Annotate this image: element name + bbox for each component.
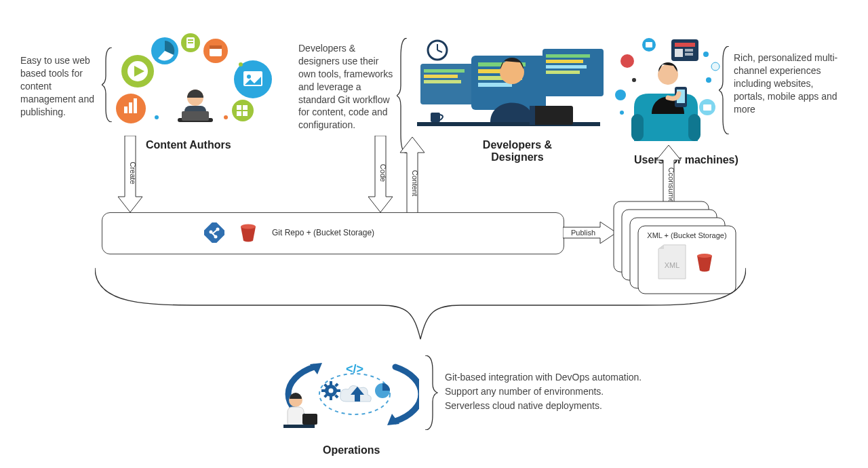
svg-rect-23 [237, 105, 241, 110]
screen-icon [671, 39, 698, 61]
svg-rect-7 [134, 98, 137, 113]
svg-rect-26 [243, 111, 248, 116]
operations-line1: Git-based integration with DevOps automa… [445, 370, 662, 385]
create-arrow: Create [117, 136, 144, 214]
svg-text:Publish: Publish [571, 229, 595, 237]
svg-rect-24 [243, 105, 248, 110]
developers-illustration [410, 35, 607, 137]
users-title: Users (or machines) [634, 154, 738, 166]
svg-point-22 [232, 100, 254, 121]
svg-text:</>: </> [346, 362, 363, 376]
bucket-icon [238, 222, 258, 243]
svg-rect-36 [424, 80, 461, 83]
svg-point-108 [329, 389, 334, 393]
svg-rect-58 [675, 49, 683, 57]
developers-desc: Developers & designers use their own too… [298, 42, 393, 132]
svg-point-52 [703, 52, 709, 57]
operations-line2: Support any number of environments. [445, 385, 662, 399]
authors-title: Content Authors [146, 139, 231, 151]
svg-point-53 [620, 111, 624, 115]
calendar-icon [203, 39, 228, 63]
brace-icon [102, 47, 115, 122]
svg-text:Cconsume: Cconsume [667, 168, 675, 203]
svg-point-48 [500, 60, 524, 84]
svg-point-28 [224, 115, 228, 119]
operations-illustration: </> [283, 350, 419, 438]
svg-rect-112 [288, 407, 304, 427]
svg-rect-25 [237, 111, 241, 116]
svg-point-27 [155, 115, 159, 119]
bar-chart-icon [116, 94, 146, 123]
operations-title: Operations [323, 444, 380, 456]
content-arrow: Content [399, 136, 426, 214]
svg-rect-59 [685, 49, 693, 52]
code-arrow: Code [367, 136, 394, 214]
developers-title: Developers & Designers [467, 139, 568, 163]
publish-arrow: Publish [563, 221, 617, 244]
svg-rect-38 [546, 54, 590, 58]
big-brace-icon [95, 268, 746, 343]
svg-rect-113 [283, 425, 315, 428]
svg-rect-15 [188, 42, 193, 43]
svg-rect-60 [685, 53, 693, 56]
svg-point-65 [615, 90, 626, 100]
svg-rect-3 [182, 111, 209, 121]
svg-rect-18 [210, 45, 222, 49]
svg-point-66 [632, 78, 636, 82]
svg-rect-6 [129, 102, 132, 113]
svg-point-21 [247, 75, 251, 79]
svg-rect-57 [675, 43, 695, 47]
svg-rect-103 [336, 389, 340, 392]
svg-point-29 [239, 62, 243, 66]
authors-desc: Easy to use web based tools for content … [20, 54, 102, 118]
brace-icon [423, 355, 438, 430]
svg-rect-50 [530, 106, 535, 125]
users-desc: Rich, personalized multi-channel experie… [734, 52, 846, 115]
svg-rect-62 [646, 42, 652, 47]
svg-rect-101 [330, 396, 332, 400]
svg-rect-49 [532, 106, 573, 125]
svg-point-54 [620, 54, 634, 68]
operations-line3: Serverless cloud native deployments. [445, 399, 662, 413]
svg-point-85 [241, 225, 256, 229]
svg-rect-39 [546, 60, 583, 63]
operations-desc: Git-based integration with DevOps automa… [445, 370, 662, 413]
svg-rect-64 [703, 104, 711, 111]
content-authors-illustration [111, 31, 280, 139]
svg-rect-34 [424, 69, 465, 73]
svg-rect-68 [631, 114, 644, 141]
diagram-stage: Easy to use web based tools for content … [0, 0, 868, 468]
svg-text:Code: Code [379, 164, 387, 182]
brace-icon [719, 46, 732, 134]
document-icon [181, 33, 200, 52]
svg-rect-102 [321, 389, 326, 392]
svg-rect-5 [124, 106, 127, 113]
svg-text:Create: Create [129, 161, 137, 184]
pie-chart-icon [151, 37, 178, 64]
svg-rect-51 [431, 113, 440, 122]
git-icon [204, 222, 224, 243]
svg-rect-100 [330, 381, 332, 385]
git-repo-box: Git Repo + (Bucket Storage) [102, 212, 564, 254]
svg-point-94 [697, 254, 712, 258]
play-icon [121, 55, 154, 87]
svg-rect-14 [188, 39, 193, 41]
svg-point-55 [706, 77, 711, 83]
svg-rect-41 [546, 71, 580, 74]
svg-text:Content: Content [411, 170, 419, 197]
svg-rect-46 [478, 83, 512, 87]
repo-label: Git Repo + (Bucket Storage) [272, 228, 374, 237]
users-illustration [607, 33, 729, 148]
svg-rect-35 [424, 75, 458, 78]
svg-text:XML + (Bucket Storage): XML + (Bucket Storage) [647, 231, 726, 239]
svg-rect-69 [688, 114, 701, 141]
svg-rect-40 [546, 65, 587, 69]
svg-rect-114 [302, 414, 317, 425]
grid-icon [232, 100, 254, 121]
